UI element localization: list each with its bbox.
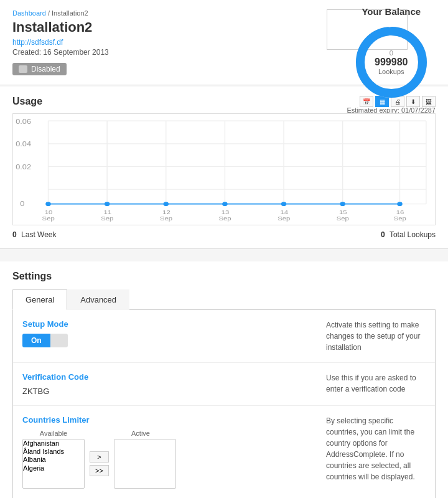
svg-text:Sep: Sep — [337, 215, 349, 222]
svg-text:0.06: 0.06 — [16, 118, 31, 125]
countries-picker: Available Active Afghanistan Åland Islan… — [22, 430, 314, 489]
balance-title: Your Balance — [362, 6, 421, 17]
verification-code-left: Verification Code ZKTBG — [22, 372, 326, 396]
svg-text:Sep: Sep — [101, 215, 113, 222]
svg-text:Sep: Sep — [42, 215, 55, 222]
available-label: Available — [22, 430, 85, 437]
setup-mode-row: Setup Mode On Activate this setting to m… — [13, 310, 435, 363]
svg-text:0.04: 0.04 — [16, 141, 31, 148]
svg-text:13: 13 — [222, 209, 230, 215]
toggle-off-state — [50, 334, 68, 347]
usage-title: Usage — [12, 96, 42, 107]
svg-text:16: 16 — [396, 209, 404, 215]
countries-description: By selecting specific countries, you can… — [326, 415, 426, 482]
settings-section: Settings General Advanced Setup Mode On … — [0, 261, 448, 498]
tab-advanced[interactable]: Advanced — [67, 289, 129, 310]
donut-amount: 999980 — [375, 57, 408, 68]
svg-point-22 — [222, 202, 227, 206]
setup-mode-label: Setup Mode — [22, 319, 314, 329]
available-countries-list[interactable]: Afghanistan Åland Islands Albania Algeri… — [22, 439, 85, 489]
svg-text:14: 14 — [280, 209, 288, 215]
country-option-aland[interactable]: Åland Islands — [23, 448, 84, 456]
installation-created-date: Created: 16 September 2013 — [12, 48, 299, 57]
disable-toggle-button[interactable]: Disabled — [12, 63, 67, 75]
move-right-button[interactable]: > — [90, 451, 109, 463]
donut-center-text: 0 999980 Lookups — [375, 49, 408, 75]
breadcrumb-separator: / — [46, 9, 52, 17]
setup-mode-description: Activate this setting to make changes to… — [326, 319, 426, 353]
setup-mode-left: Setup Mode On — [22, 319, 326, 347]
total-label: Total Lookups — [390, 230, 436, 239]
country-option-albania[interactable]: Albania — [23, 456, 84, 464]
country-option-afghanistan[interactable]: Afghanistan — [23, 439, 84, 448]
svg-text:15: 15 — [339, 209, 347, 215]
active-countries-list[interactable] — [114, 439, 176, 489]
arrows-placeholder — [90, 430, 105, 437]
donut-unit: Lookups — [375, 68, 408, 75]
move-all-right-button[interactable]: >> — [90, 465, 109, 476]
last-week-stat: 0 Last Week — [12, 230, 57, 239]
svg-point-24 — [340, 202, 345, 206]
svg-text:0: 0 — [20, 200, 24, 207]
active-label: Active — [110, 430, 172, 437]
breadcrumb: Dashboard / Installation2 — [12, 9, 299, 17]
svg-text:Sep: Sep — [394, 215, 406, 222]
svg-point-25 — [397, 202, 402, 206]
settings-tabs: General Advanced — [12, 289, 436, 310]
verification-code-description: Use this if you are asked to enter a ver… — [326, 372, 426, 395]
svg-point-23 — [281, 202, 286, 206]
balance-donut: 0 999980 Lookups — [351, 22, 432, 103]
svg-text:Sep: Sep — [160, 215, 172, 222]
verification-code-value: ZKTBG — [22, 387, 314, 396]
chart-container: 0.06 0.04 0.02 0 10 Sep 11 Sep 12 — [12, 113, 436, 225]
toggle-on-state: On — [22, 334, 50, 347]
countries-column-labels: Available Active — [22, 430, 314, 437]
last-week-label: Last Week — [21, 230, 56, 239]
settings-content: Setup Mode On Activate this setting to m… — [12, 310, 436, 498]
countries-limiter-label: Countries Limiter — [22, 415, 314, 425]
countries-limiter-left: Countries Limiter Available Active Afgha… — [22, 415, 326, 489]
svg-text:11: 11 — [103, 209, 111, 215]
installation-url: http://sdfsdsf.df — [12, 38, 299, 47]
chart-svg: 0.06 0.04 0.02 0 10 Sep 11 Sep 12 — [13, 114, 435, 225]
svg-point-20 — [105, 202, 110, 206]
last-week-value: 0 — [12, 230, 17, 239]
donut-zero-label: 0 — [375, 49, 408, 57]
svg-text:10: 10 — [45, 209, 53, 215]
svg-text:Sep: Sep — [219, 215, 231, 222]
top-card: Dashboard / Installation2 Installation2 … — [0, 0, 448, 85]
breadcrumb-dashboard-link[interactable]: Dashboard — [12, 9, 46, 17]
svg-point-21 — [164, 202, 169, 206]
settings-title: Settings — [12, 271, 436, 282]
svg-point-19 — [45, 202, 50, 206]
countries-limiter-row: Countries Limiter Available Active Afgha… — [13, 406, 435, 498]
tab-general[interactable]: General — [12, 289, 67, 310]
toggle-indicator — [19, 65, 27, 73]
usage-footer: 0 Last Week 0 Total Lookups — [12, 230, 436, 239]
breadcrumb-current-page: Installation2 — [52, 9, 88, 17]
verification-code-label: Verification Code — [22, 372, 314, 382]
svg-text:Sep: Sep — [278, 215, 290, 222]
app-root: Dashboard / Installation2 Installation2 … — [0, 0, 448, 498]
installation-info: Dashboard / Installation2 Installation2 … — [12, 9, 299, 75]
total-stat: 0 Total Lookups — [381, 230, 436, 239]
verification-code-row: Verification Code ZKTBG Use this if you … — [13, 363, 435, 406]
setup-mode-toggle[interactable]: On — [22, 334, 68, 347]
svg-text:12: 12 — [162, 209, 170, 215]
disable-label: Disabled — [31, 65, 60, 73]
countries-controls: Afghanistan Åland Islands Albania Algeri… — [22, 439, 314, 489]
transfer-arrows: > >> — [90, 451, 109, 476]
country-option-algeria[interactable]: Algeria — [23, 464, 84, 472]
section-spacer — [0, 249, 448, 261]
installation-title: Installation2 — [12, 19, 299, 35]
svg-text:0.02: 0.02 — [16, 164, 31, 171]
total-value: 0 — [381, 230, 385, 239]
